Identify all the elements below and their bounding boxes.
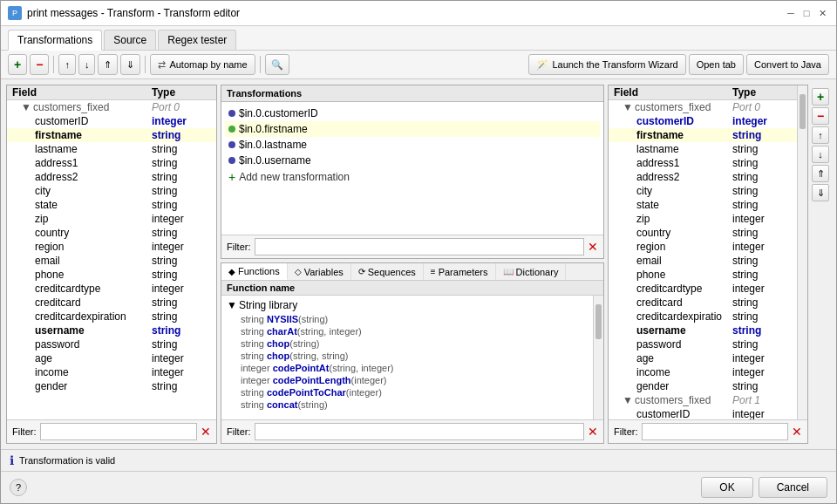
right-lastname-0[interactable]: lastname string [609, 142, 797, 156]
func-codepointtochar[interactable]: string codePointToChar(integer) [223, 386, 591, 398]
right-state-0[interactable]: state string [609, 198, 797, 212]
left-row-firstname[interactable]: firstname string [7, 128, 216, 142]
func-chop1[interactable]: string chop(string) [223, 337, 591, 350]
right-bottom-button[interactable]: ⇓ [812, 184, 829, 201]
tab-transformations[interactable]: Transformations [8, 30, 102, 51]
right-up-button[interactable]: ↑ [812, 126, 829, 144]
right-add-button[interactable]: + [812, 88, 829, 106]
middle-filter-clear[interactable]: ✕ [588, 240, 598, 254]
add-transform-button[interactable]: + Add new transformation [225, 168, 600, 186]
left-row-address2[interactable]: address2 string [7, 170, 216, 184]
transform-item-2[interactable]: $in.0.lastname [225, 137, 600, 153]
right-email-0[interactable]: email string [609, 254, 797, 268]
left-group-row[interactable]: ▼ customers_fixed Port 0 [7, 100, 216, 114]
left-row-lastname[interactable]: lastname string [7, 142, 216, 156]
right-gender-0[interactable]: gender string [609, 379, 797, 393]
right-income-0[interactable]: income integer [609, 365, 797, 379]
launch-wizard-button[interactable]: 🪄 Launch the Transform Wizard [528, 54, 685, 75]
right-customerid-1[interactable]: customerID integer [609, 407, 797, 419]
right-creditcard-0[interactable]: creditcard string [609, 296, 797, 310]
right-top-button[interactable]: ⇑ [812, 165, 829, 182]
func-codepointlength[interactable]: integer codePointLength(integer) [223, 374, 591, 386]
right-remove-button[interactable]: − [812, 107, 829, 125]
tab-regex-tester[interactable]: Regex tester [158, 30, 236, 50]
move-bottom-button[interactable]: ⇓ [120, 54, 140, 75]
right-firstname-0[interactable]: firstname string [609, 128, 797, 142]
tab-parameters[interactable]: ≡ Parameters [424, 263, 496, 280]
right-phone-0[interactable]: phone string [609, 268, 797, 282]
function-filter-clear[interactable]: ✕ [588, 425, 598, 439]
open-tab-button[interactable]: Open tab [689, 54, 744, 75]
right-address2-0[interactable]: address2 string [609, 170, 797, 184]
left-row-address1[interactable]: address1 string [7, 156, 216, 170]
left-filter-clear[interactable]: ✕ [201, 425, 211, 439]
left-row-creditcard[interactable]: creditcard string [7, 296, 216, 310]
right-creditcardtype-0[interactable]: creditcardtype integer [609, 282, 797, 296]
left-row-phone[interactable]: phone string [7, 268, 216, 282]
ok-button[interactable]: OK [701, 477, 752, 498]
right-region-0[interactable]: region integer [609, 240, 797, 254]
func-concat[interactable]: string concat(string) [223, 398, 591, 411]
left-row-zip[interactable]: zip integer [7, 212, 216, 226]
transform-item-1[interactable]: $in.0.firstname [225, 121, 600, 137]
left-filter-input[interactable] [40, 423, 198, 440]
left-row-customerid[interactable]: customerID integer [7, 114, 216, 128]
left-row-creditcardtype[interactable]: creditcardtype integer [7, 282, 216, 296]
tab-source[interactable]: Source [104, 30, 156, 50]
right-customerid-0[interactable]: customerID integer [609, 114, 797, 128]
right-age-0[interactable]: age integer [609, 351, 797, 365]
maximize-button[interactable]: □ [800, 6, 813, 20]
transform-item-0[interactable]: $in.0.customerID [225, 106, 600, 121]
help-button[interactable]: ? [10, 479, 27, 496]
func-nysiis[interactable]: string NYSIIS(string) [223, 313, 591, 325]
cancel-button[interactable]: Cancel [759, 477, 827, 498]
left-row-income[interactable]: income integer [7, 365, 216, 379]
right-country-0[interactable]: country string [609, 226, 797, 240]
left-row-username[interactable]: username string [7, 324, 216, 337]
right-down-button[interactable]: ↓ [812, 146, 829, 163]
transform-item-3[interactable]: $in.0.username [225, 153, 600, 168]
left-row-city[interactable]: city string [7, 184, 216, 198]
move-top-button[interactable]: ⇑ [98, 54, 118, 75]
right-filter-clear[interactable]: ✕ [792, 425, 802, 439]
func-codepointat[interactable]: integer codePointAt(string, integer) [223, 362, 591, 374]
middle-filter-input[interactable] [255, 238, 585, 255]
function-filter-input[interactable] [255, 423, 585, 440]
left-row-gender[interactable]: gender string [7, 379, 216, 393]
func-charat[interactable]: string charAt(string, integer) [223, 325, 591, 337]
search-button[interactable]: 🔍 [265, 54, 289, 75]
tab-dictionary[interactable]: 📖 Dictionary [496, 263, 567, 280]
right-group-row-0[interactable]: ▼ customers_fixed Port 0 [609, 100, 797, 114]
func-chop2[interactable]: string chop(string, string) [223, 350, 591, 362]
move-down-button[interactable]: ↓ [78, 54, 96, 75]
left-row-region[interactable]: region integer [7, 240, 216, 254]
right-password-0[interactable]: password string [609, 337, 797, 351]
left-row-creditcardexpiration[interactable]: creditcardexpiration string [7, 310, 216, 324]
move-up-button[interactable]: ↑ [58, 54, 76, 75]
left-row-password[interactable]: password string [7, 337, 216, 351]
automap-button[interactable]: ⇄ Automap by name [150, 54, 255, 75]
right-filter-input[interactable] [642, 423, 789, 440]
right-creditcardexpiration-0[interactable]: creditcardexpiratio string [609, 310, 797, 324]
minimize-button[interactable]: ─ [784, 6, 798, 20]
tab-functions[interactable]: ◆ Functions [221, 263, 288, 280]
wand-icon: 🪄 [536, 59, 548, 71]
convert-java-button[interactable]: Convert to Java [746, 54, 829, 75]
right-username-0[interactable]: username string [609, 324, 797, 337]
left-row-country[interactable]: country string [7, 226, 216, 240]
remove-button[interactable]: − [30, 54, 49, 75]
add-button[interactable]: + [8, 54, 27, 75]
tab-variables[interactable]: ◇ Variables [288, 263, 351, 280]
right-scrollbar[interactable] [797, 85, 807, 419]
tab-sequences[interactable]: ⟳ Sequences [351, 263, 424, 280]
left-row-email[interactable]: email string [7, 254, 216, 268]
left-row-age[interactable]: age integer [7, 351, 216, 365]
function-scrollbar[interactable] [593, 296, 603, 419]
right-city-0[interactable]: city string [609, 184, 797, 198]
left-row-state[interactable]: state string [7, 198, 216, 212]
right-group-row-1[interactable]: ▼ customers_fixed Port 1 [609, 393, 797, 407]
right-address1-0[interactable]: address1 string [609, 156, 797, 170]
close-button[interactable]: ✕ [815, 6, 829, 20]
right-zip-0[interactable]: zip integer [609, 212, 797, 226]
string-library-group[interactable]: ▼ String library [223, 297, 591, 313]
